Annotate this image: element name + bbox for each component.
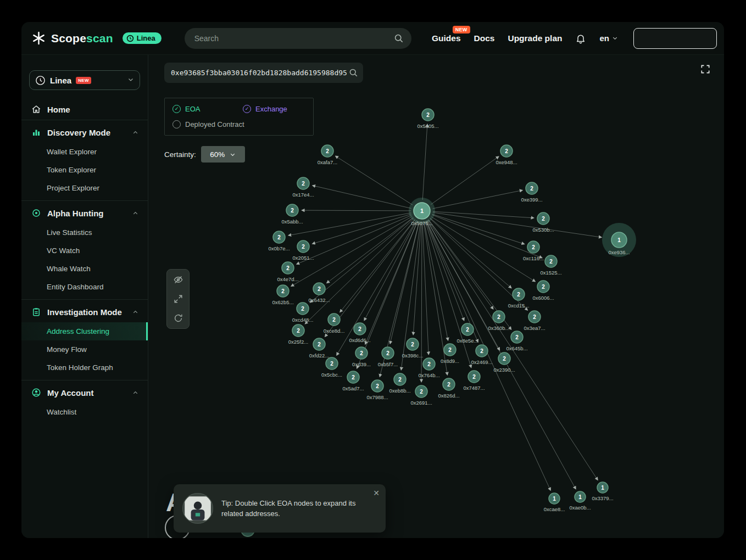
- graph-node-0xb5f7[interactable]: 20xb5f7...: [378, 347, 398, 367]
- svg-text:0x530b...: 0x530b...: [532, 227, 554, 233]
- sidebar-item-project-explorer[interactable]: Project Explorer: [21, 179, 148, 197]
- svg-text:0x826d...: 0x826d...: [438, 393, 459, 399]
- chain-badge-linea[interactable]: Linea: [123, 32, 162, 44]
- graph-node-0x17e4[interactable]: 20x17e4...: [292, 177, 314, 198]
- graph-node-0x5a05[interactable]: 20x5a05...: [417, 109, 438, 129]
- graph-node-0xafa7[interactable]: 20xafa7...: [318, 145, 337, 165]
- graph-node-0x3379[interactable]: 10x3379...: [592, 482, 613, 501]
- graph-node-0x25f2[interactable]: 20x25f2...: [288, 324, 308, 345]
- graph-node-0x645b[interactable]: 20x645b...: [506, 331, 527, 351]
- certainty-select[interactable]: 60%: [201, 146, 245, 163]
- legend-item-deployed-contract[interactable]: Deployed Contract: [172, 120, 305, 128]
- address-input[interactable]: [164, 69, 363, 77]
- graph-node-0xc116[interactable]: 20xc116...: [523, 241, 544, 261]
- wallet-connect-button[interactable]: [633, 28, 717, 49]
- graph-node-0xcae8[interactable]: 10xcae8...: [544, 493, 565, 512]
- sidebar-item-address-clustering[interactable]: Address Clustering: [21, 322, 148, 340]
- svg-text:0x3ea7...: 0x3ea7...: [524, 325, 545, 331]
- sidebar-item-watchlist[interactable]: Watchlist: [21, 403, 148, 421]
- sidebar-section-header-investigation-mode[interactable]: Investigation Mode: [21, 301, 148, 322]
- svg-text:2: 2: [549, 259, 553, 265]
- fit-view-expand-icon[interactable]: [173, 294, 183, 304]
- network-selector[interactable]: Linea NEW: [29, 70, 140, 90]
- graph-node-0x0b7e[interactable]: 20x0b7e...: [268, 231, 290, 251]
- svg-text:0x764b...: 0x764b...: [418, 372, 439, 378]
- linea-logo-icon: [126, 35, 134, 42]
- graph-node-0x826d[interactable]: 20x826d...: [438, 378, 459, 399]
- graph-edge: [327, 217, 413, 283]
- nav-guides[interactable]: NEW Guides: [432, 33, 461, 43]
- graph-node-0x5076[interactable]: 10x5076...: [409, 198, 435, 226]
- sidebar-item-entity-dashboard[interactable]: Entity Dashboard: [21, 278, 148, 296]
- svg-text:2: 2: [515, 334, 519, 340]
- close-icon[interactable]: ✕: [373, 489, 380, 497]
- graph-node-0x2691[interactable]: 20x2691...: [410, 385, 432, 406]
- graph-node-0x6432[interactable]: 20x6432...: [308, 283, 330, 303]
- graph-node-0xe948[interactable]: 20xe948...: [496, 145, 517, 165]
- graph-node-0x8d9[interactable]: 20x8d9...: [441, 344, 459, 364]
- graph-node-0x7487[interactable]: 20x7487...: [463, 371, 485, 391]
- graph-node-0x2390[interactable]: 20x2390...: [493, 352, 515, 373]
- sidebar-section-header-discovery-mode[interactable]: Discovery Mode: [21, 121, 148, 143]
- graph-node-0x5abb[interactable]: 20x5abb...: [281, 204, 303, 225]
- sidebar-item-token-holder-graph[interactable]: Token Holder Graph: [21, 359, 148, 377]
- sidebar-section-header-my-account[interactable]: My Account: [21, 382, 148, 403]
- graph-node-0x530b[interactable]: 20x530b...: [532, 212, 554, 233]
- svg-text:0x2691...: 0x2691...: [410, 400, 432, 406]
- language-selector[interactable]: en: [599, 33, 618, 43]
- sidebar-item-wallet-explorer[interactable]: Wallet Explorer: [21, 143, 148, 161]
- svg-text:0xcae8...: 0xcae8...: [544, 506, 565, 512]
- graph-node-0x62b5[interactable]: 20x62b5...: [272, 285, 293, 305]
- sidebar-item-whale-watch[interactable]: Whale Watch: [21, 260, 148, 278]
- graph-node-0xe399[interactable]: 20xe399...: [521, 182, 542, 203]
- graph-node-0xeb8b[interactable]: 20xeb8b...: [389, 373, 410, 394]
- sidebar-section-label: Discovery Mode: [47, 128, 110, 137]
- svg-text:2: 2: [466, 327, 469, 333]
- nav-docs[interactable]: Docs: [474, 33, 495, 43]
- global-search[interactable]: [185, 28, 411, 49]
- graph-node-0xfd22[interactable]: 20xfd22...: [309, 338, 329, 359]
- sidebar-section-label: Alpha Hunting: [47, 209, 103, 218]
- legend-item-eoa[interactable]: ✓EOA: [172, 105, 243, 113]
- graph-edge: [422, 125, 427, 200]
- graph-node-0x2051[interactable]: 20x2051...: [292, 240, 314, 261]
- graph-node-0xe936[interactable]: 10xe936...: [602, 223, 636, 257]
- refresh-icon[interactable]: [173, 313, 183, 323]
- graph-node-0x6006[interactable]: 20x6006...: [532, 281, 554, 301]
- graph-node-0xcd48[interactable]: 20xcd48...: [292, 303, 314, 323]
- user-icon: [31, 388, 41, 397]
- legend-item-exchange[interactable]: ✓Exchange: [243, 105, 305, 113]
- graph-edge: [337, 220, 416, 355]
- fullscreen-icon[interactable]: [699, 63, 712, 76]
- brand[interactable]: Scopescan Linea: [31, 31, 162, 46]
- graph-node-0x5cbc[interactable]: 20x5cbc...: [321, 357, 342, 378]
- notifications-bell-icon[interactable]: [575, 33, 586, 44]
- global-search-input[interactable]: [194, 34, 393, 43]
- nav-upgrade-plan[interactable]: Upgrade plan: [508, 33, 562, 43]
- graph-node-0xcd15[interactable]: 20xcd15...: [508, 288, 530, 309]
- graph-node-0x7988[interactable]: 20x7988...: [366, 380, 388, 400]
- graph-node-0x360b[interactable]: 20x360b...: [488, 311, 509, 331]
- sidebar-item-vc-watch[interactable]: VC Watch: [21, 242, 148, 260]
- legend-label: Deployed Contract: [185, 120, 244, 128]
- sidebar-item-token-explorer[interactable]: Token Explorer: [21, 161, 148, 179]
- graph-node-0x3ea7[interactable]: 20x3ea7...: [524, 311, 545, 331]
- graph-node-0xd6d6[interactable]: 20xd6d6...: [349, 323, 370, 343]
- sidebar-section-header-alpha-hunting[interactable]: Alpha Hunting: [21, 202, 148, 223]
- graph-edge: [313, 214, 411, 244]
- sidebar-item-money-flow[interactable]: Money Flow: [21, 340, 148, 359]
- graph-canvas-area[interactable]: 10x5076...10xe936...20x5a05...20xafa7...…: [148, 55, 724, 538]
- graph-node-0x2469[interactable]: 20x2469...: [471, 345, 492, 365]
- graph-node-0x5ad7[interactable]: 20x5ad7...: [342, 371, 364, 391]
- graph-node-0xd39[interactable]: 20xd39...: [352, 347, 371, 367]
- graph-node-0xae0b[interactable]: 10xae0b...: [569, 491, 591, 511]
- graph-node-0xce8d[interactable]: 20xce8d...: [324, 313, 345, 334]
- sidebar-item-live-statistics[interactable]: Live Statistics: [21, 223, 148, 242]
- nav-upgrade-label: Upgrade plan: [508, 33, 562, 43]
- hide-labels-eye-off-icon[interactable]: [173, 275, 183, 285]
- new-badge: NEW: [76, 77, 91, 84]
- graph-node-0x4e7d[interactable]: 20x4e7d...: [277, 262, 298, 282]
- svg-text:2: 2: [286, 265, 290, 271]
- sidebar-item-home[interactable]: Home: [21, 99, 148, 120]
- top-header: Scopescan Linea NEW Guides Docs Upgrade …: [21, 22, 724, 55]
